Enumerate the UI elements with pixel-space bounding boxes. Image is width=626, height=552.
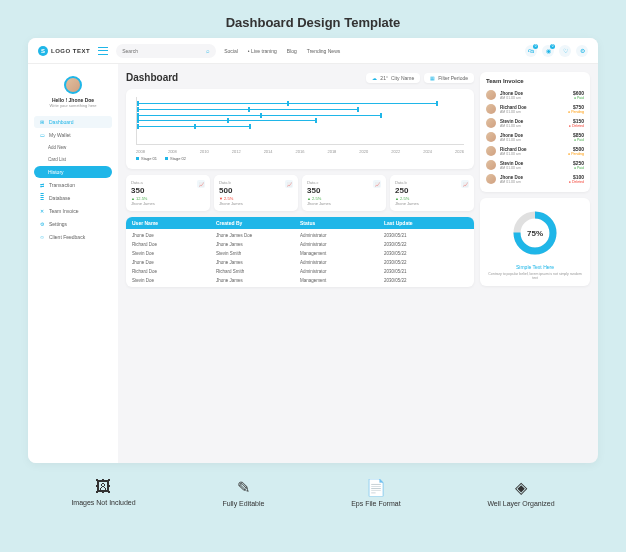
table-cell: Management [300, 251, 384, 256]
menu-label: My Wallet [49, 132, 71, 138]
nav-link[interactable]: • Live traning [248, 48, 277, 54]
sidebar-item[interactable]: ✕Team Invoice [34, 205, 112, 217]
team-status: ● Deleted [569, 124, 584, 128]
table-cell: Administrator [300, 260, 384, 265]
donut-title: Simple Text Here [516, 264, 554, 270]
table-cell: Management [300, 278, 384, 283]
cart-icon[interactable]: 🛍0 [525, 45, 537, 57]
profile[interactable]: Hello ! Jhone Doe Write your something h… [28, 72, 118, 116]
nav-link[interactable]: Trending News [307, 48, 340, 54]
table-cell: 2030/05/22 [384, 242, 468, 247]
sidebar-item[interactable]: ⇄Transaction [34, 179, 112, 191]
team-row[interactable]: Jhone DoeAM 01.00 am$600● Paid [486, 88, 584, 102]
table-row[interactable]: Richard DoeJhone JamesAdministrator2030/… [126, 240, 474, 249]
sidebar-item[interactable]: ☺Client Feedback [34, 231, 112, 243]
chart-icon: 📈 [197, 180, 205, 188]
table-row[interactable]: Jhone DoeJhone JamesAdministrator2030/05… [126, 258, 474, 267]
team-time: AM 01.00 am [500, 166, 569, 170]
sidebar: Hello ! Jhone Doe Write your something h… [28, 64, 118, 463]
table-cell: 2030/05/22 [384, 260, 468, 265]
stat-card[interactable]: Data a350▲ 12.5%Jhone James📈 [126, 175, 210, 211]
chart-xaxis: 2008200820102012201420162018202020222024… [132, 147, 468, 154]
main: Dashboard ☁ 21° City Name ▦ Filter Perio… [118, 64, 598, 463]
sidebar-item[interactable]: Card List [34, 154, 112, 165]
team-row[interactable]: Richard DoeAM 01.00 am$500● Pending [486, 144, 584, 158]
table-cell: 2030/05/22 [384, 278, 468, 283]
table-header[interactable]: Last Update [384, 220, 468, 226]
weather-chip[interactable]: ☁ 21° City Name [366, 73, 420, 83]
team-avatar [486, 104, 496, 114]
hamburger-icon[interactable] [98, 47, 108, 55]
nav-link[interactable]: Social [224, 48, 238, 54]
team-time: AM 01.00 am [500, 180, 565, 184]
table-header[interactable]: Created By [216, 220, 300, 226]
menu-label: Settings [49, 221, 67, 227]
feature-text: Images Not Included [71, 499, 135, 506]
filter-label: Filter Periode [438, 75, 468, 81]
table-cell: 2030/05/21 [384, 233, 468, 238]
team-status: ● Pending [568, 152, 584, 156]
gear-icon[interactable]: ⚙ [576, 45, 588, 57]
table-header[interactable]: Status [300, 220, 384, 226]
heart-icon[interactable]: ♡ [559, 45, 571, 57]
table-row[interactable]: Stevin DoeStevin SmithManagement2030/05/… [126, 249, 474, 258]
table-row[interactable]: Jhone DoeJhone James DoeAdministrator203… [126, 231, 474, 240]
menu-icon: ⊞ [39, 119, 45, 125]
menu-label: Database [49, 195, 70, 201]
menu-label: Card List [48, 157, 66, 162]
team-row[interactable]: Stevin DoeAM 01.00 am$250● Paid [486, 158, 584, 172]
search-input[interactable] [122, 48, 202, 54]
right-col: Team Invoice Jhone DoeAM 01.00 am$600● P… [480, 72, 590, 455]
page-head: Dashboard ☁ 21° City Name ▦ Filter Perio… [126, 72, 474, 83]
calendar-icon: ▦ [430, 75, 435, 81]
menu-label: Add New [48, 145, 66, 150]
menu-label: Dashboard [49, 119, 73, 125]
sidebar-item[interactable]: ⊞Dashboard [34, 116, 112, 128]
sidebar-item[interactable]: ▭My Wallet [34, 129, 112, 141]
outer-title: Dashboard Design Template [226, 15, 401, 30]
stat-value: 250 [395, 186, 469, 195]
profile-sub: Write your something here [50, 103, 97, 108]
search-box[interactable]: ⌕ [116, 44, 216, 58]
stat-card[interactable]: Data b250▲ 2.5%Jhone James📈 [390, 175, 474, 211]
filter-chip[interactable]: ▦ Filter Periode [424, 73, 474, 83]
table-cell: Jhone James [216, 278, 300, 283]
stat-card[interactable]: Data c350▲ 2.5%Jhone James📈 [302, 175, 386, 211]
nav-link[interactable]: Blog [287, 48, 297, 54]
head-controls: ☁ 21° City Name ▦ Filter Periode [366, 73, 474, 83]
team-row[interactable]: Jhone DoeAM 01.00 am$850● Paid [486, 130, 584, 144]
table-header[interactable]: User Name [132, 220, 216, 226]
table-row[interactable]: Stevin DoeJhone JamesManagement2030/05/2… [126, 276, 474, 285]
stat-card[interactable]: Data b500▼ 2.5%Jhone James📈 [214, 175, 298, 211]
menu-icon: ☺ [39, 234, 45, 240]
sidebar-item[interactable]: History [34, 166, 112, 178]
team-status: ● Deleted [569, 180, 584, 184]
logo[interactable]: S LOGO TEXT [38, 46, 90, 56]
team-time: AM 01.00 am [500, 110, 564, 114]
search-icon[interactable]: ⌕ [206, 48, 210, 54]
table-row[interactable]: Richard DoeRichard SmithAdministrator203… [126, 267, 474, 276]
team-row[interactable]: Jhone DoeAM 01.00 am$100● Deleted [486, 172, 584, 186]
sidebar-item[interactable]: Add New [34, 142, 112, 153]
team-title: Team Invoice [486, 78, 584, 84]
user-table: User NameCreated ByStatusLast Update Jho… [126, 217, 474, 287]
table-cell: Administrator [300, 242, 384, 247]
chart-body [136, 97, 464, 145]
team-time: AM 01.00 am [500, 96, 569, 100]
table-cell: 2030/05/22 [384, 251, 468, 256]
team-row[interactable]: Richard DoeAM 01.00 am$750● Pending [486, 102, 584, 116]
feature-text: Well Layer Organized [487, 500, 554, 507]
table-cell: Jhone Doe [132, 260, 216, 265]
feature: 📄Eps File Format [351, 478, 400, 507]
menu-icon: ⇄ [39, 182, 45, 188]
chart-legend: Stage 01Stage 02 [132, 154, 468, 163]
stat-label: Data b [395, 180, 469, 185]
sidebar-item[interactable]: ⚙Settings [34, 218, 112, 230]
table-cell: Jhone James [216, 260, 300, 265]
weather-temp: 21° [380, 75, 388, 81]
donut-chart: 75% [510, 208, 560, 258]
sidebar-item[interactable]: ≣Database [34, 192, 112, 204]
team-row[interactable]: Stevin DoeAM 01.00 am$150● Deleted [486, 116, 584, 130]
bell-icon[interactable]: ◉0 [542, 45, 554, 57]
table-cell: Jhone James [216, 242, 300, 247]
